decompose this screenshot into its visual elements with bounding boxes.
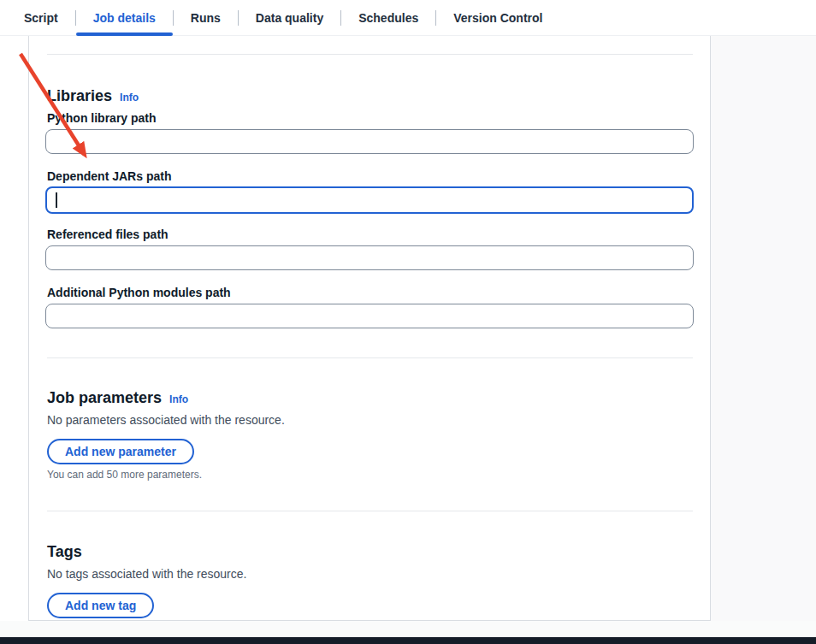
dependent-jars-path-input[interactable]	[45, 186, 694, 214]
libraries-title: Libraries	[47, 86, 112, 105]
python-library-path-input[interactable]	[45, 129, 694, 154]
page-background-bottom	[0, 621, 816, 637]
tags-section-header: Tags	[47, 542, 82, 561]
add-new-parameter-button[interactable]: Add new parameter	[47, 439, 194, 464]
referenced-files-path-field	[45, 245, 694, 270]
libraries-section-header: Libraries Info	[47, 86, 139, 105]
libraries-info-link[interactable]: Info	[120, 92, 139, 103]
job-parameters-helper-text: You can add 50 more parameters.	[47, 469, 202, 481]
tab-data-quality[interactable]: Data quality	[239, 0, 340, 36]
section-divider	[47, 54, 693, 55]
dependent-jars-path-field	[45, 186, 694, 214]
additional-python-modules-path-label: Additional Python modules path	[47, 286, 231, 299]
job-details-panel: Libraries Info Python library path Depen…	[28, 36, 711, 621]
job-parameters-info-link[interactable]: Info	[169, 393, 188, 405]
referenced-files-path-label: Referenced files path	[47, 227, 169, 241]
job-parameters-title: Job parameters	[47, 388, 162, 407]
section-divider	[47, 511, 693, 511]
job-parameters-section-header: Job parameters Info	[47, 388, 188, 407]
additional-python-modules-path-field	[45, 304, 694, 328]
tab-schedules[interactable]: Schedules	[341, 0, 435, 36]
tab-job-details[interactable]: Job details	[76, 0, 173, 36]
tags-title: Tags	[47, 542, 82, 561]
tab-script[interactable]: Script	[7, 0, 75, 36]
job-parameters-empty-text: No parameters associated with the resour…	[47, 412, 285, 428]
section-divider	[47, 357, 693, 358]
python-library-path-label: Python library path	[47, 111, 157, 125]
python-library-path-field	[45, 129, 694, 154]
console-footer-bar	[0, 637, 816, 644]
page-background-right	[711, 36, 816, 637]
referenced-files-path-input[interactable]	[45, 245, 694, 270]
add-new-tag-button[interactable]: Add new tag	[47, 593, 154, 618]
tags-empty-text: No tags associated with the resource.	[47, 566, 246, 582]
additional-python-modules-path-input[interactable]	[45, 304, 694, 328]
tab-version-control[interactable]: Version Control	[436, 0, 559, 36]
tab-bar: Script Job details Runs Data quality Sch…	[0, 0, 816, 36]
tab-runs[interactable]: Runs	[174, 0, 238, 36]
dependent-jars-path-label: Dependent JARs path	[47, 169, 171, 183]
